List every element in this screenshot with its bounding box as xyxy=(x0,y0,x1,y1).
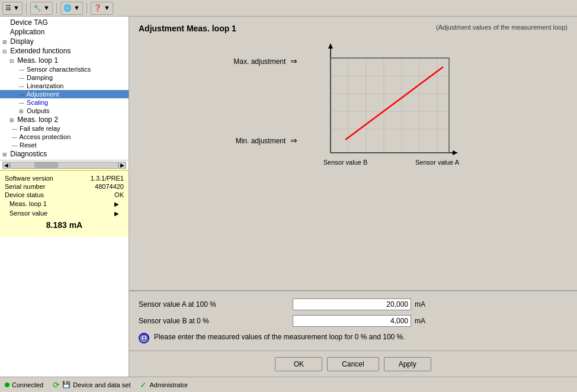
device-data-label: Device and data set xyxy=(73,381,130,388)
device-status-row: Device status OK xyxy=(5,191,124,199)
max-arrow-icon: ⇒ xyxy=(290,56,297,66)
diagram-subtitle: (Adjustment values of the measurement lo… xyxy=(436,24,568,31)
toolbar-btn-menu[interactable]: ☰ ▼ xyxy=(2,2,23,15)
sensor-value-arrow-icon: ▶ xyxy=(114,210,119,217)
main-layout: Device TAG Application ⊞ Display ⊟ Exten… xyxy=(0,17,577,377)
min-arrow-icon: ⇒ xyxy=(290,136,297,145)
software-version-value: 1.3.1/PRE1 xyxy=(91,175,124,182)
connected-dot-icon xyxy=(5,383,9,387)
statusbar: Connected ⟳ 💾 Device and data set ✓ Admi… xyxy=(0,377,577,392)
serial-number-value: 48074420 xyxy=(95,183,124,190)
sidebar: Device TAG Application ⊞ Display ⊟ Exten… xyxy=(0,17,129,377)
admin-status: ✓ Administrator xyxy=(140,380,188,390)
sensor-b-row: Sensor value B at 0 % mA xyxy=(139,315,568,327)
svg-line-16 xyxy=(345,67,443,140)
chart-wrapper: Sensor value B Sensor value A xyxy=(301,40,473,178)
sidebar-item-damping[interactable]: — Damping xyxy=(0,73,129,82)
diagram-header: Adjustment Meas. loop 1 (Adjustment valu… xyxy=(139,24,568,36)
expand-icon-out: ⊞ xyxy=(19,108,25,114)
sidebar-item-application[interactable]: Application xyxy=(0,27,129,37)
software-version-label: Software version xyxy=(5,175,53,182)
sidebar-item-scaling[interactable]: — Scaling xyxy=(0,98,129,107)
svg-text:Sensor value A: Sensor value A xyxy=(415,159,460,166)
sidebar-item-meas-loop-1[interactable]: ⊟ Meas. loop 1 xyxy=(0,56,129,65)
sensor-a-input[interactable] xyxy=(293,298,411,310)
adjustment-chart: Sensor value B Sensor value A xyxy=(301,40,473,176)
info-message-text: Please enter the measured values of the … xyxy=(154,333,405,341)
ok-button[interactable]: OK xyxy=(275,357,322,371)
sidebar-item-sensor-char[interactable]: — Sensor characteristics xyxy=(0,65,129,73)
chart-container: Max. adjustment ⇒ Min. adjustment ⇒ xyxy=(139,40,568,178)
diagram-section: Adjustment Meas. loop 1 (Adjustment valu… xyxy=(129,17,577,290)
toolbar-sep-1 xyxy=(26,3,27,14)
toolbar: ☰ ▼ 🔧 ▼ 🌐 ▼ ❓ ▼ xyxy=(0,0,577,17)
device-status-value: OK xyxy=(114,191,124,198)
max-adjustment-label: Max. adjustment ⇒ xyxy=(233,50,297,66)
sidebar-item-meas-loop-2[interactable]: ⊞ Meas. loop 2 xyxy=(0,115,129,124)
sidebar-item-adjustment[interactable]: — Adjustment xyxy=(0,90,129,98)
sidebar-scroll[interactable]: Device TAG Application ⊞ Display ⊟ Exten… xyxy=(0,17,129,170)
device-icon: 💾 xyxy=(62,381,70,388)
sidebar-item-device-tag[interactable]: Device TAG xyxy=(0,18,129,27)
toolbar-sep-2 xyxy=(56,3,57,14)
sidebar-item-fail-safe[interactable]: — Fail safe relay xyxy=(0,124,129,133)
page-title: Adjustment Meas. loop 1 xyxy=(139,24,236,33)
sidebar-item-diagnostics[interactable]: ⊞ Diagnostics xyxy=(0,149,129,159)
checkmark-icon: ✓ xyxy=(140,380,147,390)
sync-icon: ⟳ xyxy=(53,380,60,390)
svg-marker-1 xyxy=(328,43,333,49)
toolbar-btn-lang[interactable]: 🌐 ▼ xyxy=(60,2,83,15)
expand-icon-d: — xyxy=(19,75,25,81)
button-bar: OK Cancel Apply xyxy=(129,351,577,377)
toolbar-btn-help[interactable]: ❓ ▼ xyxy=(91,2,113,15)
scroll-thumb xyxy=(34,162,58,168)
sensor-b-input[interactable] xyxy=(293,315,411,327)
software-version-row: Software version 1.3.1/PRE1 xyxy=(5,174,124,182)
meas-loop-quick-row[interactable]: Meas. loop 1 ▶ xyxy=(5,199,124,208)
sidebar-item-access-protection[interactable]: — Access protection xyxy=(0,133,129,141)
info-icon: ⓘ xyxy=(139,333,149,343)
sensor-value-quick-row[interactable]: Sensor value ▶ xyxy=(5,208,124,218)
expand-icon-display: ⊞ xyxy=(2,39,8,45)
sidebar-tree: Device TAG Application ⊞ Display ⊟ Exten… xyxy=(0,17,129,160)
sidebar-info-panel: Software version 1.3.1/PRE1 Serial numbe… xyxy=(0,170,129,237)
scroll-left-btn[interactable]: ◀ xyxy=(2,162,10,169)
expand-icon-sc: — xyxy=(19,67,25,73)
sensor-value-quick-label: Sensor value xyxy=(9,210,47,217)
sidebar-scrollbar-container: ◀ ▶ xyxy=(0,160,129,170)
scroll-right-btn[interactable]: ▶ xyxy=(118,162,126,169)
content-area: Adjustment Meas. loop 1 (Adjustment valu… xyxy=(129,17,577,377)
sidebar-item-extended-functions[interactable]: ⊟ Extended functions xyxy=(0,46,129,56)
expand-icon-l: — xyxy=(19,83,25,89)
form-section: Sensor value A at 100 % mA Sensor value … xyxy=(129,290,577,351)
serial-number-label: Serial number xyxy=(5,183,45,190)
cancel-button[interactable]: Cancel xyxy=(327,357,379,371)
toolbar-btn-tools[interactable]: 🔧 ▼ xyxy=(30,2,53,15)
expand-icon-diag: ⊞ xyxy=(2,152,8,158)
expand-icon-fs: — xyxy=(12,126,18,132)
sensor-a-label: Sensor value A at 100 % xyxy=(139,300,293,309)
meas-loop-arrow-icon: ▶ xyxy=(114,201,119,207)
device-data-status: ⟳ 💾 Device and data set xyxy=(53,380,130,390)
administrator-label: Administrator xyxy=(149,381,188,388)
meas-loop-quick-label: Meas. loop 1 xyxy=(9,200,47,207)
expand-icon-r: — xyxy=(12,143,18,149)
serial-number-row: Serial number 48074420 xyxy=(5,182,124,191)
sidebar-item-reset[interactable]: — Reset xyxy=(0,141,129,149)
sidebar-item-linearization[interactable]: — Linearization xyxy=(0,82,129,90)
svg-marker-3 xyxy=(453,150,458,155)
expand-icon-ap: — xyxy=(12,134,18,140)
apply-button[interactable]: Apply xyxy=(384,357,431,371)
sidebar-item-outputs[interactable]: ⊞ Outputs xyxy=(0,107,129,115)
toolbar-sep-3 xyxy=(86,3,87,14)
sensor-b-label: Sensor value B at 0 % xyxy=(139,317,293,325)
sidebar-item-display[interactable]: ⊞ Display xyxy=(0,37,129,46)
expand-icon-ext: ⊟ xyxy=(2,49,8,54)
svg-text:Sensor value B: Sensor value B xyxy=(323,159,367,166)
expand-icon-adj: — xyxy=(19,92,25,98)
expand-icon-scl: — xyxy=(19,100,25,106)
device-status-label: Device status xyxy=(5,191,44,198)
connected-label: Connected xyxy=(12,381,43,388)
sidebar-scrollbar-h[interactable] xyxy=(10,162,118,169)
sensor-reading: 8.183 mA xyxy=(46,220,82,230)
